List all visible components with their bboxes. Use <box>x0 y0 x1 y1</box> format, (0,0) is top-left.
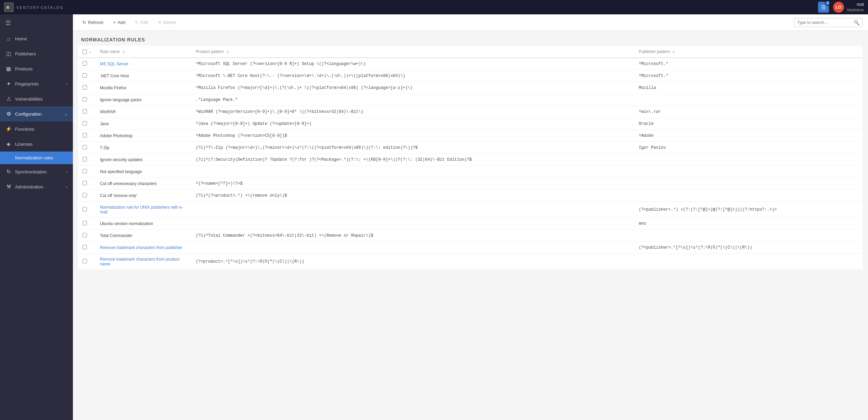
row-checkbox[interactable] <box>82 169 87 173</box>
hamburger-menu[interactable]: ☰ <box>0 14 73 31</box>
notif-badge: 0 <box>825 0 830 6</box>
row-checkbox-cell <box>78 166 96 178</box>
notifications-button[interactable]: ☰ 0 <box>818 2 829 13</box>
administration-chevron: › <box>66 185 67 189</box>
rule-name-text: Ignore security updates <box>100 157 143 162</box>
publisher-pattern-cell <box>635 230 863 242</box>
row-checkbox[interactable] <box>82 97 87 102</box>
edit-button[interactable]: ✎ Edit <box>131 18 152 27</box>
sidebar-item-fingerprints[interactable]: ✦ Fingerprints › <box>0 76 73 91</box>
product-pattern-cell: ^Microsoft SQL Server (?<version>[0-9 R]… <box>192 58 635 70</box>
synchronization-chevron: › <box>66 170 67 174</box>
row-checkbox[interactable] <box>82 207 87 211</box>
product-pattern-header-label: Product pattern <box>196 49 224 54</box>
username-display: root SiteAdmin <box>847 2 864 12</box>
rule-name-cell: Mozilla Firefox <box>96 82 192 94</box>
row-checkbox[interactable] <box>82 109 87 114</box>
toolbar: ↻ Refresh + Add ✎ Edit ✕ Delete 🔍 <box>73 14 868 31</box>
sidebar-item-products[interactable]: ▦ Products <box>0 61 73 76</box>
row-checkbox-cell <box>78 230 96 242</box>
table-row: Remove trademark characters from product… <box>78 254 863 270</box>
rule-name-text: Ubuntu version normalization <box>100 221 153 226</box>
row-checkbox[interactable] <box>82 181 87 185</box>
table-row: WinRAR^WinRAR (?<majorVersion>[0-9]+)\.[… <box>78 106 863 118</box>
row-checkbox[interactable] <box>82 133 87 137</box>
table-row: 7-Zip(?i)^7\-Zip (?<major>\d+)\,(?<minor… <box>78 142 863 154</box>
sidebar: ☰ ⌂ Home ◫ Publishers ▦ Products ✦ Finge… <box>0 14 73 420</box>
select-all-checkbox[interactable] <box>82 50 87 54</box>
table-row: Total Commander(?i)^Total Commander +(?<… <box>78 230 863 242</box>
rule-name-cell: Remove trademark characters from publish… <box>96 242 192 254</box>
delete-icon: ✕ <box>158 20 162 25</box>
row-checkbox-cell <box>78 154 96 166</box>
row-checkbox[interactable] <box>82 221 87 225</box>
sidebar-item-licenses[interactable]: ◈ Licenses <box>0 136 73 152</box>
publishers-icon: ◫ <box>5 51 12 57</box>
row-checkbox[interactable] <box>82 259 87 263</box>
edit-icon: ✎ <box>135 20 139 25</box>
publisher-pattern-column-header[interactable]: Publisher pattern ⇅ <box>635 46 863 58</box>
sidebar-item-publishers[interactable]: ◫ Publishers <box>0 46 73 61</box>
rule-name-link[interactable]: Remove trademark characters from publish… <box>100 245 182 250</box>
add-button[interactable]: + Add <box>109 18 130 27</box>
product-pattern-column-header[interactable]: Product pattern ⇅ <box>192 46 635 58</box>
row-checkbox[interactable] <box>82 73 87 78</box>
search-input[interactable] <box>797 20 852 25</box>
table-row: Ignore security updates(?i)^(?:Security|… <box>78 154 863 166</box>
vulnerabilities-icon: ⚠ <box>5 96 12 102</box>
publisher-pattern-cell: mno <box>635 218 863 230</box>
main-layout: ☰ ⌂ Home ◫ Publishers ▦ Products ✦ Finge… <box>0 14 868 420</box>
publisher-pattern-cell: ^win\.rar <box>635 106 863 118</box>
rule-name-link[interactable]: Normalization rule for UNIX publishers w… <box>100 205 183 214</box>
table-row: Cut off 'remove only'(?i)^(?<product>.*)… <box>78 190 863 202</box>
username: root <box>847 2 864 8</box>
sidebar-item-administration[interactable]: ⚒ Administration › <box>0 179 73 194</box>
row-checkbox[interactable] <box>82 145 87 149</box>
rule-name-column-header[interactable]: Rule name ⇅ <box>96 46 192 58</box>
publisher-pattern-cell: (?<publisher>.*) <(?:(?:[^@]+)@(?:[^@]+)… <box>635 202 863 218</box>
row-checkbox[interactable] <box>82 85 87 90</box>
sidebar-item-products-label: Products <box>15 66 33 71</box>
table-row: Ignore language packs.*Language Pack.* <box>78 94 863 106</box>
rule-name-link[interactable]: Remove trademark characters from product… <box>100 257 179 266</box>
row-checkbox[interactable] <box>82 121 87 126</box>
functions-icon: ⚡ <box>5 126 12 132</box>
publisher-pattern-cell <box>635 178 863 190</box>
svg-text:R: R <box>7 5 9 10</box>
row-checkbox[interactable] <box>82 157 87 161</box>
sidebar-item-home[interactable]: ⌂ Home <box>0 31 73 46</box>
page-content: NORMALIZATION RULES ⌄ <box>73 31 868 420</box>
sidebar-item-configuration[interactable]: ⚙ Configuration ⌄ <box>0 106 73 121</box>
administration-icon: ⚒ <box>5 184 12 190</box>
refresh-icon: ↻ <box>82 20 86 25</box>
publisher-pattern-cell: ^Microsoft.* <box>635 70 863 82</box>
sidebar-item-functions[interactable]: ⚡ Functions <box>0 121 73 136</box>
products-icon: ▦ <box>5 66 12 72</box>
row-checkbox[interactable] <box>82 193 87 197</box>
row-checkbox[interactable] <box>82 245 87 249</box>
edit-label: Edit <box>140 20 148 25</box>
publisher-pattern-cell <box>635 154 863 166</box>
refresh-button[interactable]: ↻ Refresh <box>78 18 108 27</box>
table-row: Remove trademark characters from publish… <box>78 242 863 254</box>
row-checkbox-cell <box>78 202 96 218</box>
page-title: NORMALIZATION RULES <box>81 37 860 42</box>
product-pattern-cell: ^Mozilla Firefox (?<major>[\d]+)\.(?(\d\… <box>192 82 635 94</box>
publisher-pattern-sort-icon: ⇅ <box>672 50 675 54</box>
fingerprints-icon: ✦ <box>5 81 12 87</box>
row-checkbox-cell <box>78 190 96 202</box>
rule-name-cell: WinRAR <box>96 106 192 118</box>
sidebar-item-vulnerabilities[interactable]: ⚠ Vulnerabilities <box>0 91 73 106</box>
table-container: ⌄ Rule name ⇅ Product pattern ⇅ <box>73 46 868 420</box>
rule-name-text: WinRAR <box>100 109 116 114</box>
sidebar-item-vulnerabilities-label: Vulnerabilities <box>15 96 42 102</box>
rule-name-cell: Adobe Photoshop <box>96 130 192 142</box>
delete-button[interactable]: ✕ Delete <box>154 18 180 27</box>
row-checkbox[interactable] <box>82 61 87 66</box>
rule-name-link[interactable]: MS SQL Server <box>100 62 129 66</box>
sidebar-item-normalization-rules[interactable]: Normalization rules <box>0 152 73 164</box>
avatar: LO <box>833 2 844 13</box>
sidebar-item-synchronization[interactable]: ↻ Synchronization › <box>0 164 73 179</box>
row-checkbox[interactable] <box>82 233 87 237</box>
user-menu[interactable]: LO root SiteAdmin <box>833 2 864 13</box>
